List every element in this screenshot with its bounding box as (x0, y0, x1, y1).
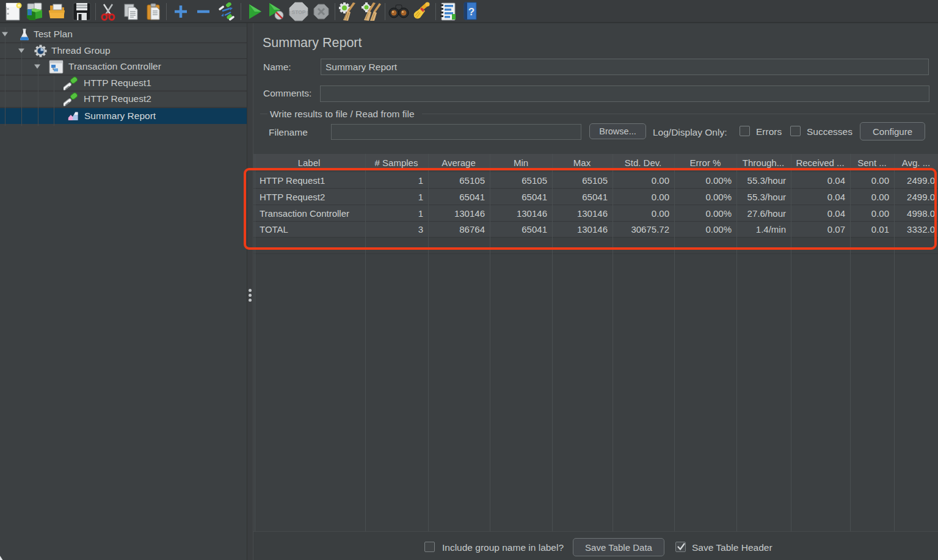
svg-text:STOP: STOP (292, 9, 306, 15)
svg-text:?: ? (468, 6, 474, 18)
